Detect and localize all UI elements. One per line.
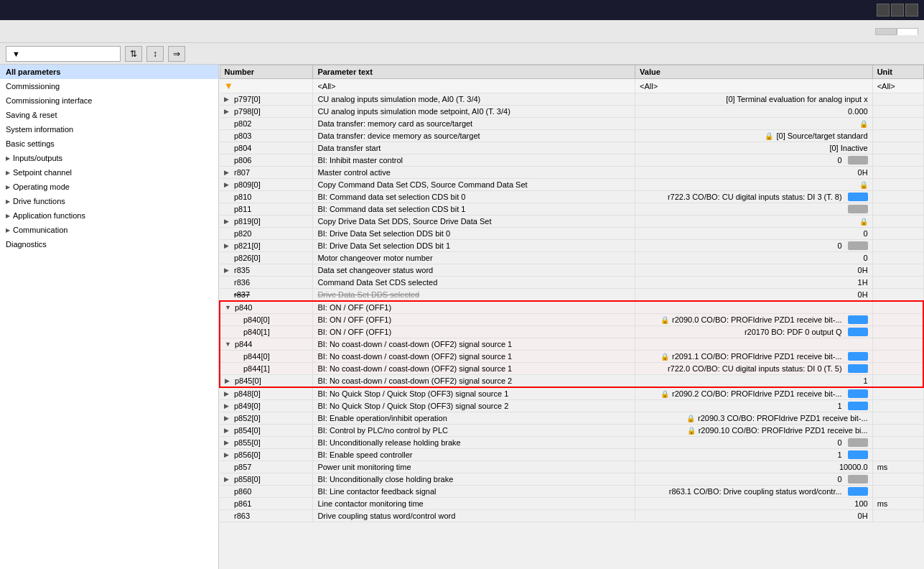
export-button[interactable]: ⇒ (168, 46, 185, 62)
table-row[interactable]: p826[0]Motor changeover motor number0 (220, 252, 923, 264)
expand-icon[interactable]: ▶ (224, 415, 233, 422)
expand-icon[interactable]: ▶ (224, 390, 233, 397)
table-row[interactable]: ▶p819[0]Copy Drive Data Set DDS, Source … (220, 216, 923, 228)
expand-icon[interactable]: ▶ (224, 427, 233, 434)
table-row[interactable]: ▶p821[0]BI: Drive Data Set selection DDS… (220, 240, 923, 252)
expand-icon[interactable]: ▶ (224, 169, 233, 176)
param-value[interactable]: 1 (635, 400, 873, 412)
minimize-button[interactable] (877, 4, 890, 17)
param-value[interactable] (635, 301, 873, 314)
toggle-switch[interactable] (848, 475, 868, 484)
table-row[interactable]: ▶r807Master control active0H (220, 167, 923, 179)
table-row[interactable]: p840[0]BI: ON / OFF (OFF1)🔒r2090.0 CO/BO… (220, 314, 923, 326)
toggle-switch[interactable] (848, 438, 868, 447)
table-row[interactable]: p844[0]BI: No coast-down / coast-down (O… (220, 351, 923, 363)
param-value[interactable]: [0] Inactive (635, 142, 873, 154)
sidebar-item-commissioning[interactable]: Commissioning (0, 79, 218, 93)
param-value[interactable]: 🔒r2090.3 CO/BO: PROFIdrive PZD1 receive … (635, 412, 873, 425)
param-value[interactable]: r722.3 CO/BO: CU digital inputs status: … (635, 191, 873, 203)
sidebar-item-diagnostics[interactable]: Diagnostics (0, 237, 218, 251)
sidebar-item-drive-functions[interactable]: Drive functions (0, 194, 218, 208)
param-value[interactable]: 🔒r2090.10 CO/BO: PROFIdrive PZD1 receive… (635, 425, 873, 437)
param-value[interactable]: 0 (635, 437, 873, 449)
expand-icon[interactable]: ▶ (224, 451, 233, 458)
param-value[interactable]: 0H (635, 167, 873, 179)
param-value[interactable]: 🔒 (635, 216, 873, 228)
toggle-switch[interactable] (848, 193, 868, 201)
maximize-button[interactable] (891, 4, 904, 17)
param-value[interactable]: 0H (635, 510, 873, 522)
table-row[interactable]: r836Command Data Set CDS selected1H (220, 277, 923, 289)
param-value[interactable]: 1H (635, 277, 873, 289)
expand-icon[interactable]: ▶ (224, 476, 233, 483)
param-value[interactable]: 10000.0 (635, 461, 873, 473)
table-row[interactable]: r863Drive coupling status word/control w… (220, 510, 923, 522)
toggle-switch[interactable] (848, 328, 868, 336)
table-row[interactable]: p811BI: Command data set selection CDS b… (220, 203, 923, 216)
expand-icon[interactable]: ▶ (225, 377, 233, 384)
param-value[interactable] (635, 338, 873, 351)
table-row[interactable]: ▶p858[0]BI: Unconditionally close holdin… (220, 473, 923, 486)
sidebar-item-system-information[interactable]: System information (0, 122, 218, 137)
table-row[interactable]: ▶p797[0]CU analog inputs simulation mode… (220, 93, 923, 106)
table-row[interactable]: p806BI: Inhibit master control0 (220, 154, 923, 167)
expand-icon[interactable]: ▶ (224, 267, 233, 274)
toggle-switch[interactable] (848, 402, 868, 410)
sort-button[interactable]: ⇅ (125, 46, 142, 62)
param-value[interactable]: 0 (635, 252, 873, 264)
table-row[interactable]: ▶p854[0]BI: Control by PLC/no control by… (220, 425, 923, 437)
param-value[interactable]: 🔒 (635, 118, 873, 130)
table-row[interactable]: ▶p845[0]BI: No coast-down / coast-down (… (220, 375, 923, 388)
toggle-switch[interactable] (848, 315, 868, 324)
sidebar-item-application-functions[interactable]: Application functions (0, 208, 218, 223)
table-row[interactable]: ▼p844BI: No coast-down / coast-down (OFF… (220, 338, 923, 351)
table-row[interactable]: p861Line contactor monitoring time100ms (220, 498, 923, 510)
toggle-switch[interactable] (848, 156, 868, 165)
table-row[interactable]: r837Drive Data Set DDS selected0H (220, 289, 923, 302)
param-value[interactable]: r863.1 CO/BO: Drive coupling status word… (635, 486, 873, 498)
table-row[interactable]: p857Power unit monitoring time10000.0ms (220, 461, 923, 473)
param-value[interactable]: 0 (635, 228, 873, 240)
table-row[interactable]: ▶p848[0]BI: No Quick Stop / Quick Stop (… (220, 387, 923, 400)
table-row[interactable]: p860BI: Line contactor feedback signalr8… (220, 486, 923, 498)
param-value[interactable]: 🔒r2090.0 CO/BO: PROFIdrive PZD1 receive … (635, 314, 873, 326)
param-value[interactable]: 1 (635, 375, 873, 388)
expand-icon[interactable]: ▼ (225, 304, 233, 311)
table-row[interactable]: ▶p855[0]BI: Unconditionally release hold… (220, 437, 923, 449)
param-value[interactable]: [0] Terminal evaluation for analog input… (635, 93, 873, 106)
sidebar-item-setpoint-channel[interactable]: Setpoint channel (0, 165, 218, 180)
table-scroll[interactable]: NumberParameter textValueUnit▼ <All><All… (219, 65, 924, 569)
param-value[interactable]: r722.0 CO/BO: CU digital inputs status: … (635, 363, 873, 375)
param-value[interactable]: 0 (635, 240, 873, 252)
table-row[interactable]: p804Data transfer start[0] Inactive (220, 142, 923, 154)
parameter-view-tab[interactable] (897, 28, 918, 35)
table-row[interactable]: ▶p856[0]BI: Enable speed controller1 (220, 449, 923, 461)
functional-view-tab[interactable] (875, 28, 897, 35)
table-row[interactable]: p820BI: Drive Data Set selection DDS bit… (220, 228, 923, 240)
table-row[interactable]: ▶p852[0]BI: Enable operation/inhibit ope… (220, 412, 923, 425)
param-value[interactable]: 0 (635, 473, 873, 486)
param-value[interactable]: 🔒r2090.2 CO/BO: PROFIdrive PZD1 receive … (635, 387, 873, 400)
param-value[interactable]: 🔒 (635, 179, 873, 191)
arrow-button[interactable]: ↕ (146, 46, 164, 62)
sidebar-item-communication[interactable]: Communication (0, 223, 218, 237)
expand-icon[interactable]: ▶ (224, 218, 233, 225)
toggle-switch[interactable] (848, 450, 868, 459)
expand-icon[interactable]: ▶ (224, 242, 233, 249)
toggle-switch[interactable] (848, 241, 868, 250)
expand-icon[interactable]: ▼ (225, 341, 233, 348)
sidebar-item-basic-settings[interactable]: Basic settings (0, 137, 218, 151)
table-row[interactable]: ▶r835Data set changeover status word0H (220, 264, 923, 277)
sidebar-item-saving-reset[interactable]: Saving & reset (0, 108, 218, 122)
expand-icon[interactable]: ▶ (224, 439, 233, 446)
param-value[interactable]: r20170 BO: PDF 0 output Q (635, 326, 873, 338)
param-value[interactable]: 0 (635, 154, 873, 167)
table-row[interactable]: ▶p849[0]BI: No Quick Stop / Quick Stop (… (220, 400, 923, 412)
expand-icon[interactable]: ▶ (224, 181, 233, 188)
toggle-switch[interactable] (848, 205, 868, 213)
param-value[interactable]: 100 (635, 498, 873, 510)
table-row[interactable]: p810BI: Command data set selection CDS b… (220, 191, 923, 203)
param-value[interactable]: 1 (635, 449, 873, 461)
toggle-switch[interactable] (848, 487, 868, 496)
expand-icon[interactable]: ▶ (224, 402, 233, 410)
